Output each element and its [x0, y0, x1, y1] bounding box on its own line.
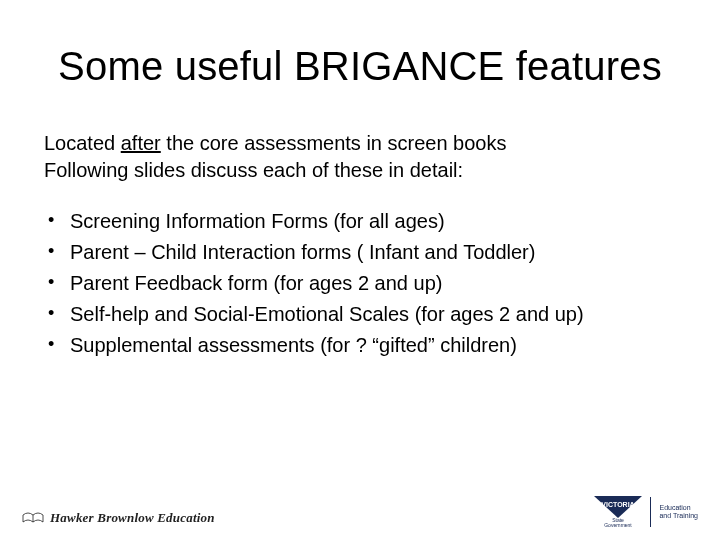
vic-edu-2: and Training	[659, 512, 698, 520]
list-item: Self-help and Social-Emotional Scales (f…	[44, 301, 676, 328]
intro-line-1-post: the core assessments in screen books	[161, 132, 507, 154]
book-icon	[22, 512, 44, 524]
slide-title: Some useful BRIGANCE features	[0, 44, 720, 89]
vic-main-text: VICTORIA	[602, 501, 635, 508]
vic-department: Education and Training	[659, 504, 698, 519]
bullet-list: Screening Information Forms (for all age…	[44, 208, 676, 359]
list-item-text: Self-help and Social-Emotional Scales (f…	[70, 303, 584, 325]
victoria-logo: VICTORIA State Government Education and …	[594, 496, 698, 528]
list-item-text: Screening Information Forms (for all age…	[70, 210, 445, 232]
list-item: Parent Feedback form (for ages 2 and up)	[44, 270, 676, 297]
intro-line-1-pre: Located	[44, 132, 121, 154]
svg-text:Government: Government	[605, 522, 633, 528]
intro-line-1-underlined: after	[121, 132, 161, 154]
list-item: Parent – Child Interaction forms ( Infan…	[44, 239, 676, 266]
list-item-text: Parent – Child Interaction forms ( Infan…	[70, 241, 535, 263]
list-item: Screening Information Forms (for all age…	[44, 208, 676, 235]
intro-block: Located after the core assessments in sc…	[44, 130, 676, 184]
intro-line-2: Following slides discuss each of these i…	[44, 157, 676, 184]
list-item-text: Supplemental assessments (for ? “gifted”…	[70, 334, 517, 356]
hbe-text: Hawker Brownlow Education	[50, 510, 215, 526]
slide-body: Located after the core assessments in sc…	[44, 130, 676, 363]
list-item-text: Parent Feedback form (for ages 2 and up)	[70, 272, 442, 294]
divider	[650, 497, 651, 527]
victoria-triangle-icon: VICTORIA State Government	[594, 496, 642, 528]
slide: Some useful BRIGANCE features Located af…	[0, 0, 720, 540]
intro-line-1: Located after the core assessments in sc…	[44, 130, 676, 157]
vic-edu-1: Education	[659, 504, 698, 512]
hbe-logo: Hawker Brownlow Education	[22, 510, 215, 526]
list-item: Supplemental assessments (for ? “gifted”…	[44, 332, 676, 359]
footer: Hawker Brownlow Education VICTORIA State…	[0, 490, 720, 530]
